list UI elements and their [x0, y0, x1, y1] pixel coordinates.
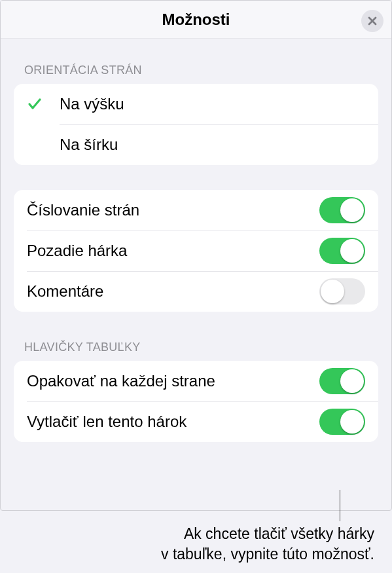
panel-content: Orientácia Strán Na výšku Na šírku Číslo…: [1, 39, 391, 442]
orientation-header: Orientácia Strán: [14, 39, 378, 84]
checkmark-container: [27, 96, 60, 112]
sheet-background-label: Pozadie hárka: [27, 242, 319, 260]
options-panel: Možnosti Orientácia Strán Na výšku Na ší…: [0, 0, 392, 511]
panel-header: Možnosti: [1, 1, 391, 39]
general-toggle-group: Číslovanie strán Pozadie hárka Komentáre: [14, 190, 378, 312]
comments-row: Komentáre: [14, 271, 378, 312]
close-button[interactable]: [361, 10, 383, 32]
page-numbering-row: Číslovanie strán: [14, 190, 378, 231]
repeat-headers-row: Opakovať na každej strane: [14, 361, 378, 401]
sheet-background-row: Pozadie hárka: [14, 231, 378, 271]
print-this-sheet-label: Vytlačiť len tento hárok: [27, 413, 319, 431]
orientation-label: Na šírku: [60, 136, 365, 154]
close-icon: [367, 16, 378, 26]
orientation-group: Na výšku Na šírku: [14, 84, 378, 165]
callout-leader-line: [340, 490, 340, 521]
orientation-option-landscape[interactable]: Na šírku: [14, 124, 378, 165]
callout-line2: v tabuľke, vypnite túto možnosť.: [161, 545, 374, 563]
table-headers-header: Hlavičky Tabuľky: [14, 312, 378, 361]
callout-annotation: Ak chcete tlačiť všetky hárky v tabuľke,…: [161, 524, 374, 564]
orientation-label: Na výšku: [60, 95, 365, 113]
repeat-headers-label: Opakovať na každej strane: [27, 372, 319, 390]
repeat-headers-toggle[interactable]: [319, 368, 365, 394]
panel-title: Možnosti: [162, 10, 230, 29]
page-numbering-toggle[interactable]: [319, 197, 365, 223]
comments-toggle[interactable]: [319, 278, 365, 305]
sheet-background-toggle[interactable]: [319, 238, 365, 264]
callout-line1: Ak chcete tlačiť všetky hárky: [184, 525, 374, 542]
table-headers-group: Opakovať na každej strane Vytlačiť len t…: [14, 361, 378, 442]
print-this-sheet-row: Vytlačiť len tento hárok: [14, 401, 378, 442]
print-this-sheet-toggle[interactable]: [319, 409, 365, 435]
comments-label: Komentáre: [27, 282, 319, 301]
page-numbering-label: Číslovanie strán: [27, 201, 319, 219]
checkmark-icon: [27, 96, 43, 112]
orientation-option-portrait[interactable]: Na výšku: [14, 84, 378, 124]
